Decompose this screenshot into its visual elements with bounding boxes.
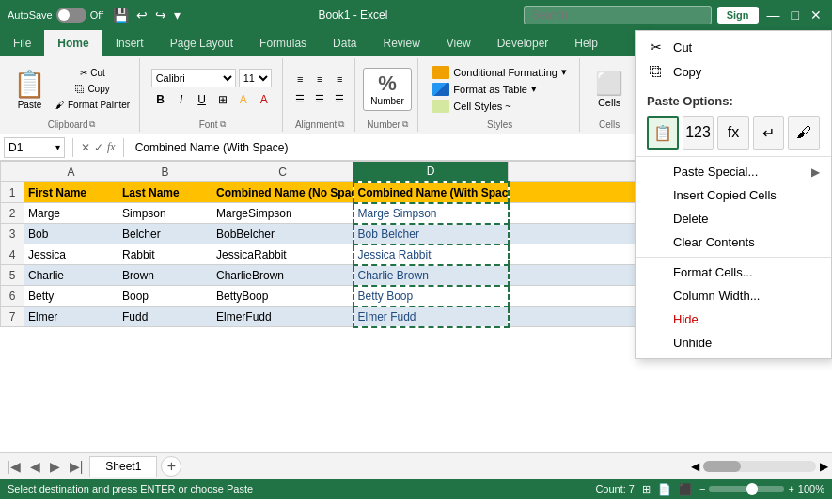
tab-developer[interactable]: Developer xyxy=(484,30,562,56)
page-break-icon[interactable]: ⬛ xyxy=(679,483,692,496)
save-icon[interactable]: 💾 xyxy=(111,8,131,23)
undo-icon[interactable] xyxy=(134,8,149,23)
cm-unhide-item[interactable]: Unhide xyxy=(636,331,831,354)
minimize-icon[interactable]: — xyxy=(767,8,780,23)
col-header-b[interactable]: B xyxy=(118,162,212,182)
cm-insert-copied-item[interactable]: Insert Copied Cells xyxy=(636,183,831,207)
sheet-nav-next[interactable]: ▶ xyxy=(47,459,63,474)
font-expand-icon[interactable]: ⧉ xyxy=(220,119,226,130)
cell-c6[interactable]: BettyBoop xyxy=(212,286,353,307)
cm-paste-btn-1[interactable]: 📋 xyxy=(647,116,679,150)
font-size-select[interactable]: 11 xyxy=(239,69,272,87)
cell-a5[interactable]: Charlie xyxy=(24,265,118,286)
cm-cut-item[interactable]: ✂ Cut xyxy=(636,35,831,59)
cell-d4[interactable]: Jessica Rabbit xyxy=(353,244,509,265)
normal-view-icon[interactable]: ⊞ xyxy=(642,483,651,496)
zoom-in-button[interactable]: + xyxy=(788,483,793,495)
align-top-right-button[interactable]: ≡ xyxy=(330,70,349,88)
underline-button[interactable]: U xyxy=(193,90,212,109)
customize-icon[interactable]: ▾ xyxy=(172,8,182,23)
cell-reference-box[interactable]: D1 ▾ xyxy=(4,137,65,158)
maximize-icon[interactable]: □ xyxy=(792,8,799,23)
border-button[interactable]: ⊞ xyxy=(213,90,232,109)
italic-button[interactable]: I xyxy=(172,90,191,109)
cell-c2[interactable]: MargeSimpson xyxy=(212,203,353,224)
cell-b5[interactable]: Brown xyxy=(118,265,212,286)
alignment-expand-icon[interactable]: ⧉ xyxy=(338,119,344,130)
number-format-button[interactable]: % Number xyxy=(363,68,412,111)
conditional-formatting-button[interactable]: Conditional Formatting ▾ xyxy=(429,65,571,80)
cell-d5[interactable]: Charlie Brown xyxy=(353,265,509,286)
cell-c4[interactable]: JessicaRabbit xyxy=(212,244,353,265)
align-top-left-button[interactable]: ≡ xyxy=(290,70,309,88)
col-header-d[interactable]: D xyxy=(353,162,509,182)
cancel-formula-icon[interactable]: ✕ xyxy=(81,141,90,154)
col-header-a[interactable]: A xyxy=(24,162,118,182)
cm-paste-btn-5[interactable]: 🖌 xyxy=(788,116,820,150)
scroll-left-icon[interactable]: ◀ xyxy=(691,460,699,473)
cell-c7[interactable]: ElmerFudd xyxy=(212,307,353,327)
cell-b7[interactable]: Fudd xyxy=(118,307,212,327)
col-header-c[interactable]: C xyxy=(212,162,353,182)
copy-button[interactable]: ⿻ Copy xyxy=(52,82,133,96)
redo-icon[interactable] xyxy=(153,8,168,23)
sheet-tab-sheet1[interactable]: Sheet1 xyxy=(89,456,157,477)
cell-d2[interactable]: Marge Simpson xyxy=(353,203,509,224)
autosave-toggle[interactable] xyxy=(56,8,86,23)
zoom-out-button[interactable]: − xyxy=(699,483,705,495)
cell-b6[interactable]: Boop xyxy=(118,286,212,307)
cm-column-width-item[interactable]: Column Width... xyxy=(636,284,831,307)
tab-review[interactable]: Review xyxy=(369,30,432,56)
tab-home[interactable]: Home xyxy=(44,30,102,56)
cell-c5[interactable]: CharlieBrown xyxy=(212,265,353,286)
format-painter-button[interactable]: 🖌 Format Painter xyxy=(52,98,133,112)
font-color-button[interactable]: A xyxy=(255,90,274,109)
cm-delete-item[interactable]: Delete xyxy=(636,207,831,230)
cell-a3[interactable]: Bob xyxy=(24,224,118,244)
zoom-slider[interactable] xyxy=(709,486,784,492)
cell-ref-arrow[interactable]: ▾ xyxy=(55,142,60,152)
tab-insert[interactable]: Insert xyxy=(102,30,157,56)
cell-b1[interactable]: Last Name xyxy=(118,182,212,203)
cell-b4[interactable]: Rabbit xyxy=(118,244,212,265)
cell-a2[interactable]: Marge xyxy=(24,203,118,224)
cell-styles-button[interactable]: Cell Styles ~ xyxy=(429,99,571,114)
tab-file[interactable]: File xyxy=(0,30,44,56)
cell-a1[interactable]: First Name xyxy=(24,182,118,203)
add-sheet-button[interactable]: + xyxy=(161,456,181,477)
cell-d6[interactable]: Betty Boop xyxy=(353,286,509,307)
close-icon[interactable]: ✕ xyxy=(810,8,822,23)
cell-c3[interactable]: BobBelcher xyxy=(212,224,353,244)
bold-button[interactable]: B xyxy=(151,90,170,109)
sheet-nav-first[interactable]: |◀ xyxy=(4,459,24,474)
cm-paste-special-item[interactable]: Paste Special... ▶ xyxy=(636,160,831,183)
search-input[interactable] xyxy=(524,6,712,24)
cm-format-cells-item[interactable]: Format Cells... xyxy=(636,260,831,284)
tab-formulas[interactable]: Formulas xyxy=(246,30,320,56)
cm-paste-btn-4[interactable]: ↵ xyxy=(753,116,785,150)
cm-hide-item[interactable]: Hide xyxy=(636,307,831,331)
sheet-nav-last[interactable]: ▶| xyxy=(67,459,86,474)
cell-a7[interactable]: Elmer xyxy=(24,307,118,327)
font-name-select[interactable]: Calibri xyxy=(151,69,236,87)
align-top-center-button[interactable]: ≡ xyxy=(310,70,329,88)
cell-c1[interactable]: Combined Name (No Space) xyxy=(212,182,353,203)
page-layout-icon[interactable]: 📄 xyxy=(658,483,671,496)
align-right-button[interactable]: ☰ xyxy=(330,90,349,109)
cell-d3[interactable]: Bob Belcher xyxy=(353,224,509,244)
cm-paste-btn-2[interactable]: 123 xyxy=(683,116,714,150)
cell-d1[interactable]: Combined Name (With Space) xyxy=(353,182,509,203)
align-center-button[interactable]: ☰ xyxy=(310,90,329,109)
tab-view[interactable]: View xyxy=(433,30,484,56)
fill-color-button[interactable]: A xyxy=(234,90,253,109)
cell-a4[interactable]: Jessica xyxy=(24,244,118,265)
clipboard-expand-icon[interactable]: ⧉ xyxy=(89,119,95,130)
cell-b3[interactable]: Belcher xyxy=(118,224,212,244)
sign-in-button[interactable]: Sign xyxy=(717,7,759,24)
scroll-right-icon[interactable]: ▶ xyxy=(820,460,828,473)
confirm-formula-icon[interactable]: ✓ xyxy=(94,141,103,154)
sheet-nav-prev[interactable]: ◀ xyxy=(27,459,43,474)
align-left-button[interactable]: ☰ xyxy=(290,90,309,109)
number-expand-icon[interactable]: ⧉ xyxy=(402,119,408,130)
tab-data[interactable]: Data xyxy=(320,30,369,56)
